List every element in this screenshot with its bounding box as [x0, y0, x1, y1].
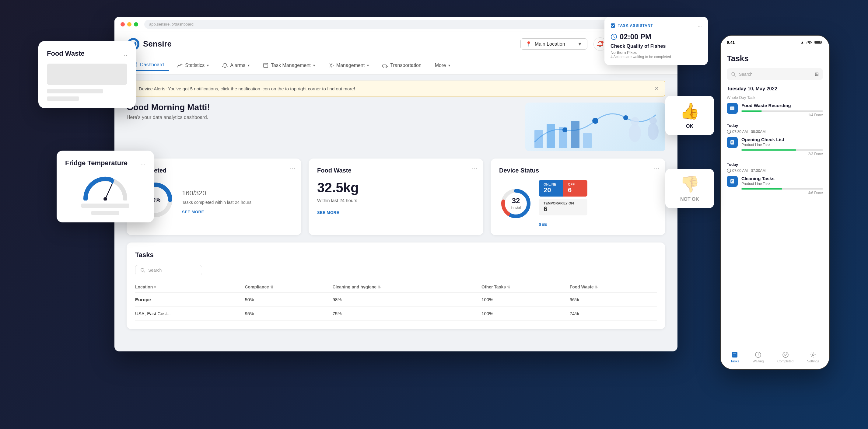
not-ok-card[interactable]: 👎 NOT OK [665, 169, 714, 208]
browser-chrome: app.sensire.io/dashboard [115, 17, 678, 32]
food-waste-see-more[interactable]: SEE MORE [317, 210, 475, 215]
row1-location: Europe [135, 293, 245, 307]
settings-tab-icon [810, 352, 816, 358]
nav-item-management[interactable]: Management ▾ [323, 60, 374, 71]
task-item-opening-check: Opening Check List Product Line Task 2/3… [727, 137, 823, 156]
location-text: Main Location [535, 41, 574, 47]
task-item-cleaning: Cleaning Tasks Product Line Task 4/6 Don… [727, 176, 823, 195]
row1-cleaning: 98% [332, 293, 482, 307]
table-row: USA, East Cost... 95% 75% 100% 74% [135, 307, 657, 321]
logo-text: Sensire [143, 39, 172, 49]
phone-search-bar[interactable]: Search ⊞ [727, 68, 823, 80]
svg-rect-19 [534, 130, 543, 148]
phone-time: 9:41 [727, 40, 735, 45]
task-item-food-waste: Food Waste Recording 1/4 Done [727, 103, 823, 117]
location-sort-icon[interactable]: ▾ [154, 285, 156, 289]
food-waste-card-menu[interactable]: ⋯ [471, 165, 477, 172]
offline-stat: OFF 6 [563, 180, 587, 197]
statistics-arrow-icon: ▾ [207, 63, 209, 68]
temp-off-stat: TEMPORARILY OFI 6 [539, 199, 587, 216]
ta-label: TASK ASSISTANT [618, 24, 653, 28]
task-assistant-icon [611, 23, 615, 28]
mobile-phone: 9:41 ▲ Tasks [720, 35, 830, 370]
minimize-dot[interactable] [127, 22, 131, 27]
food-waste-widget-menu[interactable]: ... [122, 50, 127, 57]
nav-item-task-management[interactable]: Task Management ▾ [257, 60, 320, 71]
ta-dots[interactable]: ... [698, 23, 702, 28]
filter-icon[interactable]: ⊞ [815, 71, 819, 77]
svg-rect-12 [264, 63, 268, 68]
browser-window-controls [121, 22, 138, 27]
maximize-dot[interactable] [134, 22, 138, 27]
svg-point-69 [812, 354, 814, 356]
svg-line-37 [144, 271, 145, 272]
whole-day-label: Whole Day Task [727, 95, 823, 100]
tasks-search-bar[interactable]: Search [135, 265, 202, 275]
phone-status-icons: ▲ [800, 40, 823, 44]
today-label-1: Today [727, 123, 823, 128]
svg-rect-16 [382, 65, 386, 67]
main-navigation: Dashboard Statistics ▾ Alarms ▾ [115, 56, 678, 74]
ok-card[interactable]: 👍 OK [665, 96, 714, 135]
location-dropdown-icon: ▼ [577, 41, 582, 47]
ta-actions: 4 Actions are waiting to be completed [611, 55, 702, 59]
device-status-content: 32 in total ONLINE 20 OFF 6 [499, 180, 657, 227]
location-selector[interactable]: 📍 Main Location ▼ [521, 38, 587, 50]
tasks-tab-icon [731, 352, 738, 358]
phone-tab-completed[interactable]: Completed [777, 352, 794, 363]
device-see-more[interactable]: SEE [539, 222, 587, 227]
nav-dashboard-label: Dashboard [140, 62, 164, 68]
close-dot[interactable] [121, 22, 125, 27]
completed-card-menu[interactable]: ⋯ [289, 165, 295, 172]
svg-rect-47 [730, 106, 734, 110]
nav-transportation-label: Transportation [390, 63, 422, 68]
col-location: Location ▾ [135, 282, 245, 293]
thumbs-down-icon: 👎 [672, 175, 708, 194]
ta-time: 02:00 PM [611, 33, 702, 41]
wifi-icon [806, 40, 813, 44]
date-header: Tuesday 10, May 2022 [727, 86, 823, 92]
svg-point-24 [562, 128, 567, 132]
food-waste-sort-icon[interactable]: ⇅ [595, 285, 598, 289]
cleaning-sort-icon[interactable]: ⇅ [378, 285, 381, 289]
ta-task-name: Check Quality of Fishes [611, 43, 702, 49]
nav-item-transportation[interactable]: Transportation [377, 60, 427, 71]
compliance-sort-icon[interactable]: ⇅ [270, 285, 273, 289]
svg-point-68 [783, 352, 788, 358]
nav-item-statistics[interactable]: Statistics ▾ [172, 60, 214, 71]
url-bar[interactable]: app.sensire.io/dashboard [144, 20, 672, 29]
waiting-tab-icon [755, 352, 762, 358]
phone-tab-waiting[interactable]: Waiting [753, 352, 764, 363]
other-sort-icon[interactable]: ⇅ [507, 285, 510, 289]
phone-search-icon [731, 72, 736, 77]
row2-compliance: 95% [245, 307, 332, 321]
svg-rect-62 [732, 352, 738, 358]
nav-item-alarms[interactable]: Alarms ▾ [217, 60, 255, 71]
svg-point-27 [629, 124, 641, 142]
food-waste-card: ⋯ Food Waste 32.5kg Within last 24 hours… [309, 159, 483, 235]
fridge-widget-menu[interactable]: ... [140, 160, 146, 167]
device-status-menu[interactable]: ⋯ [653, 165, 659, 172]
nav-alarms-label: Alarms [230, 63, 245, 68]
ok-label: OK [672, 124, 708, 129]
fridge-line1 [81, 203, 129, 208]
phone-tab-settings[interactable]: Settings [807, 352, 819, 363]
nav-item-more[interactable]: More ▾ [429, 60, 456, 71]
nav-task-mgmt-label: Task Management [271, 63, 311, 68]
app-header: Sensire 📍 Main Location ▼ EN ? [115, 32, 678, 56]
cleaning-task-icon [727, 176, 738, 187]
svg-point-18 [386, 67, 387, 68]
col-other: Other Tasks ⇅ [482, 282, 570, 293]
phone-tab-tasks[interactable]: Tasks [731, 352, 739, 363]
svg-rect-44 [815, 41, 820, 43]
hero-illustration [525, 102, 665, 151]
not-ok-label: NOT OK [672, 197, 708, 202]
row2-food-waste: 74% [570, 307, 657, 321]
location-pin-icon: 📍 [526, 41, 532, 47]
alert-close-button[interactable]: ✕ [654, 85, 659, 92]
completed-see-more[interactable]: SEE MORE [182, 210, 251, 214]
phone-search-placeholder: Search [739, 72, 752, 77]
battery-icon [814, 40, 823, 44]
svg-point-29 [648, 123, 659, 140]
row2-other: 100% [482, 307, 570, 321]
